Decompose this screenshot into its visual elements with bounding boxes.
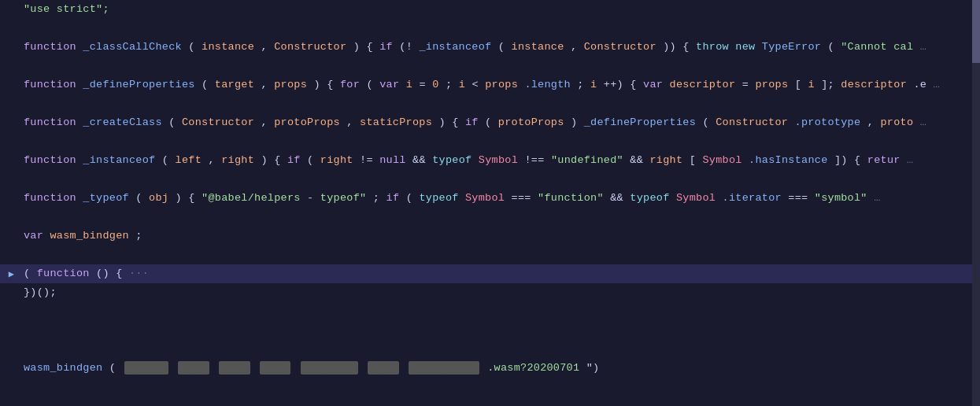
content-wasm-call: wasm_bindgen ( ██████ ████ ████ ████ ███… — [17, 360, 972, 377]
content-iife-end: })(); — [17, 284, 972, 301]
code-editor: "use strict"; function _classCallCheck (… — [0, 0, 980, 406]
line-empty-7 — [0, 245, 972, 264]
vertical-scrollbar[interactable] — [972, 0, 980, 406]
scrollbar-thumb[interactable] — [972, 0, 980, 63]
line-var-wasm: var wasm_bindgen ; — [0, 227, 972, 245]
line-typeof: function _typeof ( obj ) { "@babel/helpe… — [0, 189, 972, 208]
iife-arrow[interactable]: ▶ — [0, 268, 17, 280]
content-instanceof: function _instanceof ( left , right ) { … — [17, 152, 972, 169]
line-use-strict: "use strict"; — [0, 0, 972, 19]
content-typeof: function _typeof ( obj ) { "@babel/helpe… — [17, 190, 972, 207]
line-empty-8 — [0, 302, 972, 321]
content-classCallCheck: function _classCallCheck ( instance , Co… — [17, 39, 972, 56]
line-defineProperties: function _defineProperties ( target , pr… — [0, 76, 972, 94]
line-empty-2 — [0, 57, 972, 76]
line-empty-6 — [0, 208, 972, 227]
line-empty-5 — [0, 170, 972, 189]
content-createClass: function _createClass ( Constructor , pr… — [17, 114, 972, 131]
line-empty-9 — [0, 321, 972, 340]
content-iife: ( function () { ··· — [17, 265, 972, 282]
line-iife[interactable]: ▶ ( function () { ··· — [0, 264, 972, 283]
line-empty-1 — [0, 19, 972, 38]
line-wasm-call: wasm_bindgen ( ██████ ████ ████ ████ ███… — [0, 359, 972, 378]
line-empty-4 — [0, 132, 972, 151]
line-iife-end: })(); — [0, 283, 972, 302]
content-defineProperties: function _defineProperties ( target , pr… — [17, 76, 972, 94]
content-use-strict: "use strict"; — [17, 1, 972, 18]
code-content: "use strict"; function _classCallCheck (… — [0, 0, 972, 378]
line-createClass: function _createClass ( Constructor , pr… — [0, 113, 972, 132]
kw-function-1: function — [24, 41, 76, 53]
line-empty-10 — [0, 340, 972, 359]
line-instanceof: function _instanceof ( left , right ) { … — [0, 151, 972, 170]
content-var-wasm: var wasm_bindgen ; — [17, 227, 972, 245]
line-classCallCheck: function _classCallCheck ( instance , Co… — [0, 38, 972, 57]
use-strict-string: "use strict"; — [24, 3, 109, 15]
line-empty-3 — [0, 94, 972, 113]
